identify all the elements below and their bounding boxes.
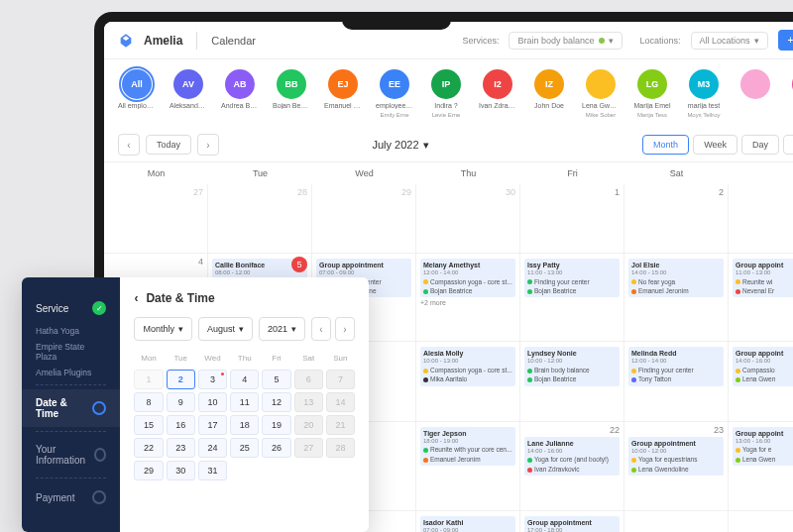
calendar-cell[interactable]: Melinda Redd 12:00 - 14:00 Finding your … [624, 342, 729, 421]
calendar-cell[interactable]: 22Lane Julianne 14:00 - 16:00 Yoga for c… [520, 422, 624, 511]
calendar-event[interactable]: Lyndsey Nonie 10:00 - 12:00 Brain body b… [524, 347, 620, 386]
mini-day-cell[interactable]: 18 [230, 415, 259, 435]
employee-avatar[interactable]: LGMarija EmelMarija Tess [633, 69, 671, 118]
next-button[interactable]: › [197, 134, 219, 156]
calendar-event[interactable]: Melinda Redd 12:00 - 14:00 Finding your … [628, 347, 724, 386]
employee-avatar[interactable]: EJEmanuel Jer... [324, 69, 362, 118]
calendar-cell[interactable]: Group appoint 11:00 - 13:00 Reunite wiNe… [729, 254, 793, 342]
mini-day-cell[interactable]: 3 [198, 370, 227, 389]
view-tab-week[interactable]: Week [693, 135, 737, 155]
mini-day-cell[interactable]: 4 [230, 370, 259, 389]
year-select[interactable]: 2021 ▾ [259, 317, 305, 341]
step-datetime[interactable]: Date & Time [22, 389, 120, 427]
calendar-cell[interactable] [624, 511, 729, 532]
calendar-event[interactable]: Tiger Jepson 18:00 - 19:00 Reunite with … [420, 427, 515, 467]
mini-next-button[interactable]: › [335, 317, 355, 341]
employee-avatar[interactable]: AVAleksandar ... [170, 69, 207, 118]
employee-avatar[interactable] [736, 69, 774, 118]
employee-avatar[interactable]: MT [788, 69, 793, 118]
mini-day-cell[interactable]: 1 [134, 370, 163, 389]
locations-filter[interactable]: All Locations ▾ [691, 32, 768, 50]
mini-day-cell[interactable]: 22 [134, 438, 163, 458]
calendar-event[interactable]: Melany Amethyst 12:00 - 14:00 Compassion… [420, 259, 515, 298]
mini-day-cell[interactable]: 19 [262, 415, 290, 435]
mini-day-cell[interactable]: 28 [326, 438, 355, 458]
mini-day-cell[interactable]: 13 [294, 392, 323, 412]
calendar-cell[interactable]: Tiger Jepson 18:00 - 19:00 Reunite with … [416, 422, 520, 511]
mini-day-cell[interactable]: 14 [326, 392, 355, 412]
calendar-cell[interactable]: Group appointment 17:00 - 18:00 Reunite … [520, 511, 624, 532]
calendar-event[interactable]: Issy Patty 11:00 - 13:00 Finding your ce… [524, 259, 620, 298]
calendar-cell[interactable]: Group appoint 14:00 - 16:00 CompassioLen… [729, 342, 793, 421]
step-information[interactable]: Your Information [22, 436, 120, 474]
view-tab-list[interactable]: List [783, 135, 793, 155]
more-events-link[interactable]: +2 more [420, 299, 515, 306]
calendar-cell[interactable]: 2 [624, 184, 729, 254]
today-button[interactable]: Today [146, 135, 191, 155]
mini-day-cell[interactable]: 11 [230, 392, 259, 412]
step-service[interactable]: Service [22, 293, 120, 323]
mini-prev-button[interactable]: ‹ [311, 317, 331, 341]
calendar-event[interactable]: Isador Kathi 07:00 - 09:00 Yoga for gut … [420, 516, 515, 532]
view-tab-month[interactable]: Month [642, 135, 689, 155]
mini-day-cell[interactable]: 5 [262, 370, 290, 389]
mini-day-cell[interactable]: 29 [134, 461, 163, 480]
mini-day-cell[interactable]: 31 [198, 461, 227, 480]
mini-day-cell[interactable]: 30 [167, 461, 195, 480]
mini-day-cell[interactable]: 20 [294, 415, 323, 435]
mini-day-cell[interactable]: 12 [262, 392, 290, 412]
mini-day-cell[interactable]: 23 [167, 438, 195, 458]
employee-avatar[interactable]: BBBojan Beatrice [273, 69, 310, 118]
mini-day-cell[interactable]: 2 [167, 370, 195, 389]
new-button[interactable]: + Ne [778, 30, 793, 51]
calendar-cell[interactable] [729, 511, 793, 532]
calendar-cell[interactable]: Lyndsey Nonie 10:00 - 12:00 Brain body b… [520, 342, 624, 421]
back-arrow-icon[interactable]: ‹ [134, 291, 138, 305]
mini-day-cell[interactable]: 17 [198, 415, 227, 435]
calendar-cell[interactable]: 1 [520, 184, 624, 254]
view-tab-day[interactable]: Day [741, 135, 779, 155]
mini-day-cell[interactable]: 26 [262, 438, 290, 458]
mini-day-cell[interactable]: 25 [230, 438, 259, 458]
mini-day-cell[interactable]: 15 [134, 415, 163, 435]
mini-day-cell[interactable]: 6 [294, 370, 323, 389]
mini-day-cell[interactable]: 8 [134, 392, 163, 412]
calendar-cell[interactable] [729, 184, 793, 254]
month-select[interactable]: August ▾ [198, 317, 253, 341]
current-month-label[interactable]: July 2022 ▾ [373, 139, 429, 152]
calendar-event[interactable]: Alesia Molly 10:00 - 13:00 Compassion yo… [420, 347, 515, 386]
services-filter[interactable]: Brain body balance ▾ [509, 32, 622, 50]
calendar-cell[interactable]: 23Group appointment 10:00 - 12:00 Yoga f… [624, 422, 729, 511]
mini-day-cell[interactable]: 9 [167, 392, 195, 412]
calendar-cell[interactable]: 30 [416, 184, 520, 254]
employee-avatar[interactable]: M3marija testMoys Tellroy [685, 69, 723, 118]
mini-day-cell[interactable]: 21 [326, 415, 355, 435]
mini-day-cell[interactable]: 10 [198, 392, 227, 412]
calendar-cell[interactable]: Isador Kathi 07:00 - 09:00 Yoga for gut … [416, 511, 520, 532]
calendar-cell[interactable]: 29 [312, 184, 416, 254]
calendar-cell[interactable]: Melany Amethyst 12:00 - 14:00 Compassion… [416, 254, 520, 342]
mini-day-cell[interactable]: 27 [294, 438, 323, 458]
calendar-event[interactable]: Group appointment 10:00 - 12:00 Yoga for… [628, 437, 724, 477]
employee-avatar[interactable]: Lena Gwend...Mike Sober [582, 69, 620, 118]
calendar-event[interactable]: Group appoint 11:00 - 13:00 Reunite wiNe… [733, 259, 793, 298]
calendar-cell[interactable]: Jol Elsie 14:00 - 15:00 No fear yogaEman… [624, 254, 729, 342]
employee-avatar[interactable]: ABAndrea Barber [221, 69, 259, 118]
calendar-event[interactable]: Group appoint 14:00 - 16:00 CompassioLen… [733, 347, 793, 386]
employee-avatar[interactable]: EEemployee e...Emily Erne [376, 69, 413, 118]
mini-day-cell[interactable]: 16 [167, 415, 195, 435]
employee-avatar[interactable]: AllAll employees [118, 69, 156, 118]
calendar-cell[interactable]: Issy Patty 11:00 - 13:00 Finding your ce… [520, 254, 624, 342]
calendar-cell[interactable]: 28 [208, 184, 312, 254]
prev-button[interactable]: ‹ [118, 134, 140, 156]
mini-day-cell[interactable]: 24 [198, 438, 227, 458]
calendar-cell[interactable]: 27 [104, 184, 208, 254]
step-payment[interactable]: Payment [22, 482, 120, 512]
recurrence-select[interactable]: Monthly ▾ [134, 317, 192, 341]
calendar-event[interactable]: Group appointment 17:00 - 18:00 Reunite … [524, 516, 620, 532]
employee-avatar[interactable]: IPIndira ?Levie Erne [427, 69, 465, 118]
employee-avatar[interactable]: IZJohn Doe [530, 69, 568, 118]
calendar-cell[interactable]: Alesia Molly 10:00 - 13:00 Compassion yo… [416, 342, 520, 421]
calendar-event[interactable]: Jol Elsie 14:00 - 15:00 No fear yogaEman… [628, 259, 724, 298]
calendar-cell[interactable]: Group appoint 13:00 - 16:00 Yoga for eLe… [729, 422, 793, 511]
